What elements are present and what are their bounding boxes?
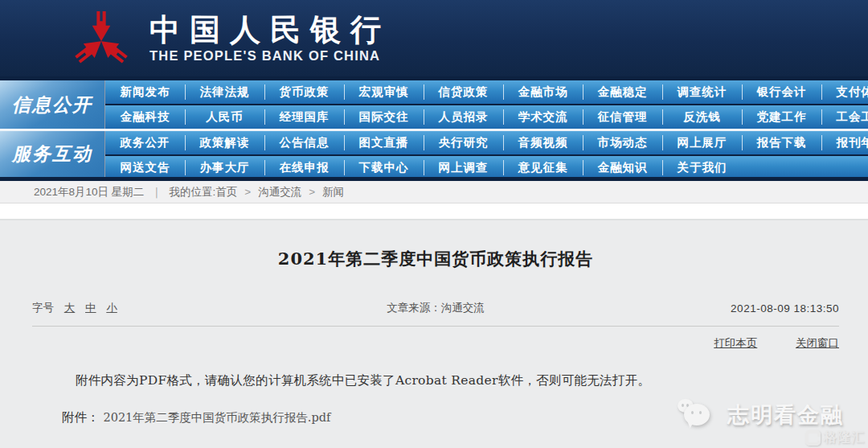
nav-item[interactable]: 金融科技 — [105, 105, 185, 129]
article-title: 2021年第二季度中国货币政策执行报告 — [32, 220, 839, 270]
font-size-controls: 字号 大 中 小 — [32, 301, 274, 315]
nav-item[interactable]: 征信管理 — [583, 105, 662, 129]
close-window-link[interactable]: 关闭窗口 — [796, 337, 839, 349]
nav-grid: 新闻发布法律法规货币政策宏观审慎信贷政策金融市场金融稳定调查统计银行会计支付体系… — [104, 80, 868, 129]
nav-item[interactable]: 公告信息 — [264, 131, 344, 154]
breadcrumb-separator: > — [309, 186, 315, 198]
nav-item[interactable]: 市场动态 — [583, 131, 662, 154]
nav-item[interactable]: 网上展厅 — [662, 131, 742, 154]
font-size-large-button[interactable]: 大 — [64, 302, 76, 314]
page-action-links: 打印本页 关闭窗口 — [32, 336, 839, 351]
bank-name-english: THE PEOPLE'S BANK OF CHINA — [149, 48, 391, 64]
article-source: 文章来源：沟通交流 — [274, 301, 597, 315]
breadcrumb-link-channel[interactable]: 沟通交流 — [258, 185, 301, 199]
gelonghui-g-icon — [805, 430, 821, 446]
nav-item[interactable]: 反洗钱 — [662, 105, 742, 129]
nav-item[interactable]: 关于我们 — [662, 156, 742, 177]
nav-item[interactable]: 金融知识 — [583, 156, 662, 177]
main-nav: 信息公开新闻发布法律法规货币政策宏观审慎信贷政策金融市场金融稳定调查统计银行会计… — [0, 76, 868, 181]
article-panel: 2021年第二季度中国货币政策执行报告 字号 大 中 小 文章来源：沟通交流 2… — [0, 219, 868, 448]
nav-item[interactable]: 新闻发布 — [105, 80, 185, 104]
article-meta-row: 字号 大 中 小 文章来源：沟通交流 2021-08-09 18:13:50 — [32, 301, 839, 327]
bank-name-chinese: 中国人民银行 — [149, 13, 391, 47]
nav-item[interactable]: 法律法规 — [185, 80, 264, 104]
breadcrumb: 2021年8月10日 星期二 ｜ 我的位置: 首页 > 沟通交流 > 新闻 — [0, 181, 868, 203]
nav-item[interactable]: 调查统计 — [662, 80, 742, 104]
spacer — [0, 203, 868, 219]
attachment-label: 附件： — [62, 410, 100, 425]
nav-item[interactable]: 银行会计 — [742, 80, 821, 104]
gelonghui-logo-text: 格隆汇 — [824, 430, 865, 446]
font-size-medium-button[interactable]: 中 — [85, 302, 96, 314]
attachment-row: 附件： 2021年第二季度中国货币政策执行报告.pdf — [32, 409, 839, 426]
nav-section-label[interactable]: 信息公开 — [0, 80, 104, 129]
nav-item[interactable]: 在线申报 — [264, 156, 344, 177]
breadcrumb-home-link[interactable]: 首页 — [215, 185, 237, 199]
nav-item[interactable]: 工会工作 — [821, 105, 868, 129]
nav-item[interactable]: 网送文告 — [105, 156, 185, 177]
nav-item[interactable]: 货币政策 — [264, 80, 344, 104]
nav-item[interactable]: 学术交流 — [503, 105, 583, 129]
source-value: 沟通交流 — [441, 302, 485, 314]
current-date: 2021年8月10日 星期二 — [34, 185, 144, 199]
nav-item[interactable]: 国际交往 — [344, 105, 424, 129]
nav-section-1: 服务互动政务公开政策解读公告信息图文直播央行研究音频视频市场动态网上展厅报告下载… — [0, 129, 868, 177]
nav-item[interactable]: 意见征集 — [503, 156, 583, 177]
nav-item[interactable]: 图文直播 — [344, 131, 424, 154]
nav-item[interactable]: 网上调查 — [424, 156, 503, 177]
nav-cell-empty — [821, 156, 868, 177]
nav-item[interactable]: 信贷政策 — [424, 80, 503, 104]
source-label: 文章来源： — [387, 302, 441, 314]
nav-item[interactable]: 下载中心 — [344, 156, 424, 177]
nav-item[interactable]: 政策解读 — [185, 131, 264, 154]
nav-grid: 政务公开政策解读公告信息图文直播央行研究音频视频市场动态网上展厅报告下载报刊年鉴… — [104, 131, 868, 177]
nav-section-0: 信息公开新闻发布法律法规货币政策宏观审慎信贷政策金融市场金融稳定调查统计银行会计… — [0, 80, 868, 129]
publish-datetime: 2021-08-09 18:13:50 — [597, 302, 839, 314]
breadcrumb-divider: ｜ — [151, 185, 162, 199]
breadcrumb-separator: > — [244, 186, 251, 198]
nav-item[interactable]: 支付体系 — [821, 80, 868, 104]
nav-item[interactable]: 人员招录 — [424, 105, 503, 129]
nav-item[interactable]: 政务公开 — [105, 131, 185, 154]
nav-item[interactable]: 人民币 — [185, 105, 264, 129]
nav-item[interactable]: 报告下载 — [742, 131, 821, 154]
pboc-logo-icon — [68, 5, 135, 72]
font-size-label: 字号 — [32, 302, 54, 314]
nav-item[interactable]: 宏观审慎 — [344, 80, 424, 104]
attachment-pdf-link[interactable]: 2021年第二季度中国货币政策执行报告.pdf — [103, 411, 330, 424]
article-body-text: 附件内容为PDF格式，请确认您的计算机系统中已安装了Acrobat Reader… — [32, 372, 839, 389]
nav-item[interactable]: 党建工作 — [742, 105, 821, 129]
nav-item[interactable]: 金融市场 — [503, 80, 583, 104]
location-prefix: 我的位置: — [170, 185, 216, 199]
nav-item[interactable]: 报刊年鉴 — [821, 131, 868, 154]
site-header: 中国人民银行 THE PEOPLE'S BANK OF CHINA — [0, 0, 868, 76]
gelonghui-logo: 格隆汇 — [805, 430, 865, 446]
print-page-link[interactable]: 打印本页 — [714, 337, 757, 349]
nav-item[interactable]: 金融稳定 — [583, 80, 662, 104]
font-size-small-button[interactable]: 小 — [106, 302, 117, 314]
nav-item[interactable]: 音频视频 — [503, 131, 583, 154]
breadcrumb-link-news[interactable]: 新闻 — [322, 185, 344, 199]
nav-item[interactable]: 办事大厅 — [185, 156, 264, 177]
nav-item[interactable]: 经理国库 — [264, 105, 344, 129]
nav-section-label[interactable]: 服务互动 — [0, 131, 104, 177]
nav-cell-empty — [742, 156, 821, 177]
nav-item[interactable]: 央行研究 — [424, 131, 503, 154]
